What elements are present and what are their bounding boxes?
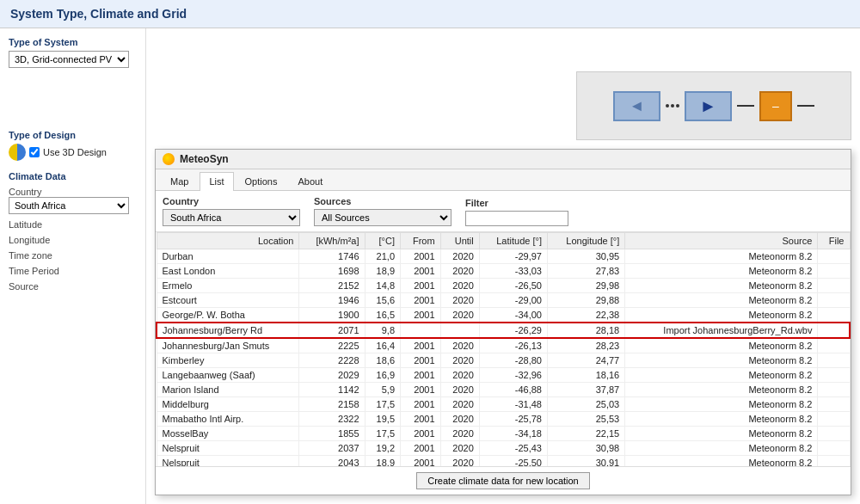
main-container: System Type, Climate and Grid Type of Sy…: [0, 0, 860, 504]
type-of-design-label: Type of Design: [9, 130, 137, 140]
time-period-label: Time Period: [9, 266, 137, 276]
system-type-select[interactable]: 3D, Grid-connected PV System with Electr…: [9, 51, 129, 68]
col-lat: Latitude [°]: [479, 233, 547, 249]
use-3d-checkbox[interactable]: [29, 147, 40, 157]
sources-filter-select[interactable]: All Sources: [314, 209, 452, 226]
dialog-titlebar: MeteoSyn: [156, 150, 851, 169]
sidebar: Type of System 3D, Grid-connected PV Sys…: [0, 28, 146, 504]
dialog-title: MeteoSyn: [180, 153, 229, 165]
diag-minus-icon: –: [772, 99, 779, 113]
dialog-footer: Create climate data for new location: [156, 466, 851, 495]
diagram-area: ◄ ► –: [576, 71, 851, 140]
col-kwh: [kWh/m²a]: [299, 233, 365, 249]
tab-map[interactable]: Map: [161, 172, 198, 190]
country-filter-group: Country South Africa: [163, 196, 300, 226]
filter-filter-group: Filter: [465, 198, 568, 226]
table-row[interactable]: MosselBay185517,520012020-34,1822,15Mete…: [157, 427, 850, 441]
sources-filter-label: Sources: [314, 196, 452, 206]
arrow-right-icon: ►: [700, 96, 717, 116]
country-filter-select[interactable]: South Africa: [163, 209, 300, 226]
content-area: Type of System 3D, Grid-connected PV Sys…: [0, 28, 860, 504]
diag-line2: [797, 105, 814, 107]
col-temp: [°C]: [365, 233, 400, 249]
table-body: Durban174621,020012020-29,9730,95Meteono…: [157, 249, 850, 467]
table-row[interactable]: Kimberley222818,620012020-28,8024,77Mete…: [157, 353, 850, 368]
col-lon: Longitude [°]: [547, 233, 624, 249]
col-location: Location: [157, 233, 299, 249]
type-of-design-row: Use 3D Design: [9, 144, 137, 161]
source-label: Source: [9, 281, 137, 292]
table-row[interactable]: Langebaanweg (Saaf)202916,920012020-32,9…: [157, 368, 850, 383]
table-row[interactable]: Durban174621,020012020-29,9730,95Meteono…: [157, 249, 850, 264]
country-sidebar-label: Country: [9, 187, 137, 197]
table-row[interactable]: Mmabatho Intl Airp.232219,520012020-25,7…: [157, 412, 850, 427]
page-title: System Type, Climate and Grid: [10, 7, 187, 21]
col-file: File: [818, 233, 850, 249]
diag-line: [737, 105, 754, 107]
tab-list[interactable]: List: [200, 172, 233, 191]
filter-label: Filter: [465, 198, 568, 208]
country-sidebar-select[interactable]: South Africa: [9, 197, 129, 214]
table-header-row: Location [kWh/m²a] [°C] From Until Latit…: [157, 233, 850, 249]
locations-table: Location [kWh/m²a] [°C] From Until Latit…: [156, 232, 851, 466]
table-row[interactable]: Marion Island11425,920012020-46,8837,87M…: [157, 383, 850, 397]
diag-box-orange: –: [759, 91, 792, 121]
table-row[interactable]: East London169818,920012020-33,0327,83Me…: [157, 264, 850, 279]
diagram-inner: ◄ ► –: [613, 91, 814, 121]
type-of-design-section: Type of Design Use 3D Design: [9, 130, 137, 161]
table-row[interactable]: Estcourt194615,620012020-29,0029,88Meteo…: [157, 293, 850, 308]
table-row[interactable]: Johannesburg/Berry Rd20719,8-26,2928,18I…: [157, 323, 850, 338]
create-climate-button[interactable]: Create climate data for new location: [416, 472, 589, 489]
table-row[interactable]: Ermelo215214,820012020-26,5029,98Meteono…: [157, 279, 850, 293]
dialog-table-container: Location [kWh/m²a] [°C] From Until Latit…: [156, 232, 851, 466]
system-type-label: Type of System: [9, 37, 137, 47]
system-type-section: Type of System 3D, Grid-connected PV Sys…: [9, 37, 137, 68]
table-row[interactable]: Middelburg215817,520012020-31,4825,03Met…: [157, 397, 850, 412]
longitude-label: Longitude: [9, 235, 137, 245]
right-area: ◄ ► –: [146, 28, 860, 504]
use-3d-label[interactable]: Use 3D Design: [29, 147, 107, 157]
latitude-label: Latitude: [9, 219, 137, 230]
diag-box-left: ◄: [613, 91, 660, 121]
page-header: System Type, Climate and Grid: [0, 0, 860, 28]
table-row[interactable]: Nelspruit203719,220012020-25,4330,98Mete…: [157, 441, 850, 456]
design-icon: [9, 144, 26, 161]
dialog-filters: Country South Africa Sources All Sources…: [156, 191, 851, 232]
timezone-label: Time zone: [9, 250, 137, 261]
table-row[interactable]: Nelspruit204318,920012020-25,5030,91Mete…: [157, 456, 850, 467]
diag-box-middle: ►: [685, 91, 732, 121]
tab-options[interactable]: Options: [236, 172, 287, 190]
table-row[interactable]: Johannesburg/Jan Smuts222516,420012020-2…: [157, 338, 850, 353]
dot1: [666, 104, 669, 108]
tab-about[interactable]: About: [288, 172, 332, 190]
climate-data-label: Climate Data: [9, 171, 137, 181]
climate-data-section: Climate Data Country South Africa Latitu…: [9, 171, 137, 292]
dot3: [676, 104, 679, 108]
col-from: From: [401, 233, 441, 249]
dialog-tabs: Map List Options About: [156, 169, 851, 191]
col-until: Until: [440, 233, 479, 249]
country-filter-label: Country: [163, 196, 300, 206]
meteosyn-icon: [163, 153, 175, 165]
table-row[interactable]: George/P. W. Botha190016,520012020-34,00…: [157, 308, 850, 323]
filter-input[interactable]: [465, 211, 568, 226]
dot2: [671, 104, 674, 108]
arrow-left-icon: ◄: [630, 97, 645, 115]
sources-filter-group: Sources All Sources: [314, 196, 452, 226]
col-source: Source: [625, 233, 818, 249]
meteosyn-dialog: MeteoSyn Map List Options About Country …: [155, 149, 851, 495]
